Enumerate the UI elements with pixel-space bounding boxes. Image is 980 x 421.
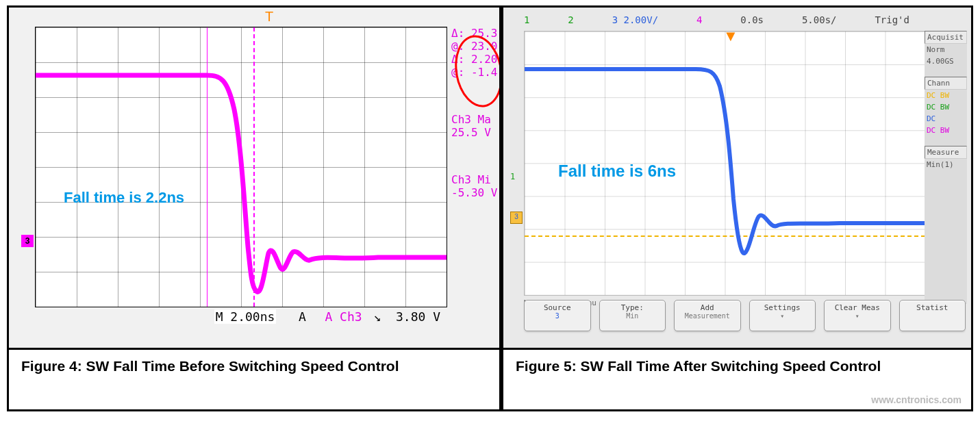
fig4-readout: Δ: 25.3 @: 23.0 Δ: 2.20 @: -1.4 Ch3 Ma 2… [451, 27, 494, 199]
softkey-settings[interactable]: Settings▾ [749, 300, 816, 331]
readout-ch3-min-label: Ch3 Mi [451, 173, 494, 186]
fig5-annotation: Fall time is 6ns [558, 162, 676, 181]
fig4-trig-edge-icon: ↘ [373, 309, 381, 324]
fig5-ch1-marker: 1 [510, 172, 515, 181]
side-ch4-coupling: DC BW [925, 125, 967, 136]
fig5-softkey-row: Source3 Type:Min AddMeasurement Settings… [524, 300, 966, 331]
readout-ch3-max-label: Ch3 Ma [451, 113, 494, 126]
figure-4-panel: T 3 Fall time is 2.2ns Δ: 25.3 @: 23.0 Δ… [7, 5, 501, 350]
fig5-ch4-label: 4 [696, 14, 702, 29]
fig4-plot-area [35, 27, 447, 307]
figure-5-caption-text: Figure 5: SW Fall Time After Switching S… [516, 358, 881, 374]
fig5-ch3-marker: 3 [510, 212, 523, 224]
side-ch2-coupling: DC BW [925, 101, 967, 113]
fig5-side-panel: Acquisit Norm 4.00GS Chann DC BW DC BW D… [925, 31, 967, 304]
side-chan-header: Chann [925, 77, 967, 90]
side-acq-header: Acquisit [925, 31, 967, 44]
trigger-marker-icon: T [265, 9, 273, 25]
fig4-trig-src: A Ch3 [325, 309, 362, 324]
fig4-waveform [36, 27, 447, 307]
readout-ch3-min-value: -5.30 V [451, 186, 494, 199]
side-acq-mode: Norm [925, 44, 967, 55]
fig5-trig-state: Trig'd [875, 14, 909, 29]
figure-5-caption: Figure 5: SW Fall Time After Switching S… [501, 350, 973, 411]
figure-5-panel: 1 2 3 2.00V/ 4 0.0s 5.00s/ Trig'd 1 3 ▼ … [501, 5, 973, 350]
softkey-clear-meas[interactable]: Clear Meas▾ [824, 300, 891, 331]
fig5-ch1-label: 1 [524, 14, 529, 29]
softkey-statistics[interactable]: Statist [899, 300, 966, 331]
side-meas-header: Measure [925, 146, 967, 159]
fig5-timebase: 5.00s/ [802, 14, 837, 29]
readout-ch3-max-value: 25.5 V [451, 126, 494, 139]
softkey-add-measurement[interactable]: AddMeasurement [674, 300, 741, 331]
side-acq-rate: 4.00GS [925, 55, 967, 67]
fig4-annotation: Fall time is 2.2ns [64, 189, 184, 207]
side-meas-value: Min(1) [925, 159, 967, 170]
softkey-type[interactable]: Type:Min [599, 300, 666, 331]
fig4-status-bar: M 2.00ns A A Ch3 ↘ 3.80 V [35, 307, 446, 326]
side-ch3-coupling: DC [925, 113, 967, 125]
figure-4-caption: Figure 4: SW Fall Time Before Switching … [7, 350, 501, 411]
fig4-timebase: M 2.00ns [214, 309, 277, 324]
watermark: www.cntronics.com [871, 394, 962, 407]
fig5-time-pos: 0.0s [740, 14, 764, 29]
fig4-trig-level: 3.80 V [396, 309, 440, 324]
channel-3-marker: 3 [21, 235, 34, 247]
fig5-top-status: 1 2 3 2.00V/ 4 0.0s 5.00s/ Trig'd [524, 14, 909, 29]
softkey-source[interactable]: Source3 [524, 300, 591, 331]
fig4-trig-area: A [299, 309, 306, 324]
fig5-ch3-label: 3 2.00V/ [612, 14, 658, 29]
side-ch1-coupling: DC BW [925, 90, 967, 101]
fig5-ch2-label: 2 [568, 14, 573, 29]
